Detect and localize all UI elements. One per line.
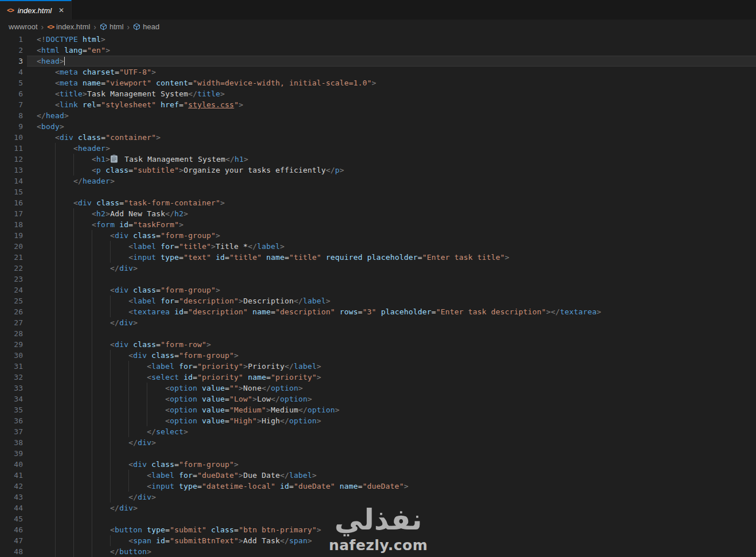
line-number[interactable]: 28 [0, 328, 23, 339]
code-line[interactable]: 42 <input type="datetime-local" id="dueD… [0, 481, 756, 492]
line-number[interactable]: 1 [0, 34, 23, 45]
code-line[interactable]: 27 </div> [0, 317, 756, 328]
code-line[interactable]: 24 <div class="form-group"> [0, 285, 756, 295]
code-line[interactable]: 43 </div> [0, 492, 756, 503]
code-line[interactable]: 25 <label for="description">Description<… [0, 295, 756, 306]
line-number[interactable]: 36 [0, 415, 23, 426]
line-number[interactable]: 22 [0, 263, 23, 274]
line-number[interactable]: 14 [0, 176, 23, 186]
code-line[interactable]: 32 <select id="priority" name="priority"… [0, 372, 756, 383]
code-line[interactable]: 45 [0, 513, 756, 524]
code-line[interactable]: 40 <div class="form-group"> [0, 459, 756, 470]
line-number[interactable]: 46 [0, 524, 23, 535]
code-line[interactable]: 31 <label for="priority">Priority</label… [0, 361, 756, 372]
line-number[interactable]: 38 [0, 437, 23, 448]
code-line[interactable]: 12 <h1> Task Management System</h1> [0, 154, 756, 165]
breadcrumb-item-index-html[interactable]: <>index.html [47, 22, 90, 31]
line-number[interactable]: 25 [0, 295, 23, 306]
code-line[interactable]: 30 <div class="form-group"> [0, 350, 756, 361]
line-number[interactable]: 17 [0, 208, 23, 219]
line-number[interactable]: 5 [0, 77, 23, 88]
code-line[interactable]: 16 <div class="task-form-container"> [0, 197, 756, 208]
code-line[interactable]: 23 [0, 274, 756, 285]
code-line[interactable]: 19 <div class="form-group"> [0, 230, 756, 241]
breadcrumb-item-head[interactable]: head [133, 22, 159, 31]
line-number[interactable]: 39 [0, 448, 23, 459]
code-line[interactable]: 18 <form id="taskForm"> [0, 219, 756, 230]
line-number[interactable]: 45 [0, 513, 23, 524]
tab-index-html[interactable]: <> index.html ✕ [0, 0, 72, 20]
code-line[interactable]: 38 </div> [0, 437, 756, 448]
code-line[interactable]: 13 <p class="subtitle">Organize your tas… [0, 165, 756, 176]
line-number[interactable]: 32 [0, 372, 23, 383]
line-number[interactable]: 34 [0, 394, 23, 404]
code-line[interactable]: 20 <label for="title">Title *</label> [0, 241, 756, 252]
line-number[interactable]: 23 [0, 274, 23, 285]
code-line[interactable]: 3<head> [0, 56, 756, 67]
line-number[interactable]: 42 [0, 481, 23, 492]
code-line[interactable]: 33 <option value="">None</option> [0, 383, 756, 394]
code-line[interactable]: 11 <header> [0, 143, 756, 154]
code-line[interactable]: 37 </select> [0, 426, 756, 437]
line-number[interactable]: 35 [0, 404, 23, 415]
code-line[interactable]: 26 <textarea id="description" name="desc… [0, 306, 756, 317]
code-line[interactable]: 48 </button> [0, 546, 756, 557]
code-line[interactable]: 9<body> [0, 121, 756, 132]
line-number[interactable]: 21 [0, 252, 23, 263]
code-line[interactable]: 17 <h2>Add New Task</h2> [0, 208, 756, 219]
code-line[interactable]: 15 [0, 186, 756, 197]
code-line[interactable]: 1<!DOCTYPE html> [0, 34, 756, 45]
line-number[interactable]: 4 [0, 67, 23, 77]
line-number[interactable]: 3 [0, 56, 23, 67]
line-number[interactable]: 19 [0, 230, 23, 241]
line-number[interactable]: 6 [0, 88, 23, 99]
line-number[interactable]: 33 [0, 383, 23, 394]
line-number[interactable]: 44 [0, 503, 23, 513]
line-number[interactable]: 10 [0, 132, 23, 143]
line-number[interactable]: 41 [0, 470, 23, 481]
code-line[interactable]: 4 <meta charset="UTF-8"> [0, 67, 756, 77]
code-line[interactable]: 39 [0, 448, 756, 459]
line-number[interactable]: 27 [0, 317, 23, 328]
code-line[interactable]: 41 <label for="dueDate">Due Date</label> [0, 470, 756, 481]
line-number[interactable]: 7 [0, 99, 23, 110]
close-icon[interactable]: ✕ [58, 6, 64, 14]
line-number[interactable]: 43 [0, 492, 23, 503]
line-number[interactable]: 20 [0, 241, 23, 252]
code-line[interactable]: 34 <option value="Low">Low</option> [0, 394, 756, 404]
breadcrumb-item-wwwroot[interactable]: wwwroot [9, 22, 38, 31]
line-number[interactable]: 11 [0, 143, 23, 154]
code-line[interactable]: 35 <option value="Medium">Medium</option… [0, 404, 756, 415]
line-number[interactable]: 12 [0, 154, 23, 165]
line-number[interactable]: 47 [0, 535, 23, 546]
code-line[interactable]: 46 <button type="submit" class="btn btn-… [0, 524, 756, 535]
code-line[interactable]: 6 <title>Task Management System</title> [0, 88, 756, 99]
line-number[interactable]: 29 [0, 339, 23, 350]
code-line[interactable]: 5 <meta name="viewport" content="width=d… [0, 77, 756, 88]
breadcrumb-item-html[interactable]: html [100, 22, 124, 31]
code-line[interactable]: 2<html lang="en"> [0, 45, 756, 56]
line-number[interactable]: 9 [0, 121, 23, 132]
code-line[interactable]: 47 <span id="submitBtnText">Add Task</sp… [0, 535, 756, 546]
code-line[interactable]: 14 </header> [0, 176, 756, 186]
line-number[interactable]: 13 [0, 165, 23, 176]
line-number[interactable]: 2 [0, 45, 23, 56]
code-line[interactable]: 29 <div class="form-row"> [0, 339, 756, 350]
code-line[interactable]: 44 </div> [0, 503, 756, 513]
code-line[interactable]: 22 </div> [0, 263, 756, 274]
code-line[interactable]: 28 [0, 328, 756, 339]
line-number[interactable]: 15 [0, 186, 23, 197]
code-line[interactable]: 7 <link rel="stylesheet" href="styles.cs… [0, 99, 756, 110]
code-line[interactable]: 8</head> [0, 110, 756, 121]
line-number[interactable]: 31 [0, 361, 23, 372]
line-number[interactable]: 16 [0, 197, 23, 208]
code-area[interactable]: 1<!DOCTYPE html>2<html lang="en">3<head>… [0, 34, 756, 557]
line-number[interactable]: 40 [0, 459, 23, 470]
line-number[interactable]: 48 [0, 546, 23, 557]
line-number[interactable]: 37 [0, 426, 23, 437]
code-line[interactable]: 21 <input type="text" id="title" name="t… [0, 252, 756, 263]
line-number[interactable]: 30 [0, 350, 23, 361]
line-number[interactable]: 26 [0, 306, 23, 317]
line-number[interactable]: 24 [0, 285, 23, 295]
code-line[interactable]: 36 <option value="High">High</option> [0, 415, 756, 426]
